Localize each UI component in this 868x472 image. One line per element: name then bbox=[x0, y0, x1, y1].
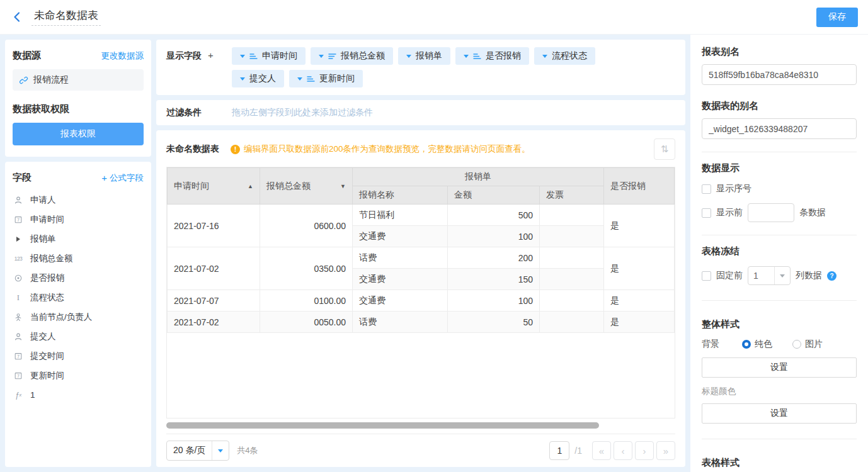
field-item-apply-time[interactable]: 7 申请时间 bbox=[13, 210, 144, 229]
cell-item-name: 话费 bbox=[353, 312, 448, 333]
help-icon[interactable]: ? bbox=[827, 271, 837, 281]
last-page-button[interactable]: » bbox=[656, 441, 675, 460]
show-first-checkbox[interactable] bbox=[702, 208, 711, 218]
freeze-fixed-label: 固定前 bbox=[716, 270, 743, 281]
cell-item-name: 交通费 bbox=[353, 269, 448, 290]
background-set-button[interactable]: 设置 bbox=[702, 357, 857, 378]
page-size-select[interactable]: 20 条/页 bbox=[166, 441, 229, 461]
page-title[interactable]: 未命名数据表 bbox=[31, 9, 101, 26]
table-alias-input[interactable] bbox=[702, 118, 857, 139]
formula-icon: ƒx bbox=[13, 391, 24, 400]
cell-amount: 100 bbox=[448, 226, 540, 247]
number-icon: 123 bbox=[13, 256, 24, 262]
show-index-label: 显示序号 bbox=[716, 183, 751, 194]
field-item-update-time[interactable]: 7 更新时间 bbox=[13, 366, 144, 385]
freeze-title: 表格冻结 bbox=[702, 245, 857, 257]
sort-asc-icon[interactable]: ▲ bbox=[248, 183, 253, 189]
tag-is-reimbursed[interactable]: 是否报销 bbox=[455, 47, 529, 65]
tag-update-time[interactable]: 更新时间 bbox=[289, 70, 363, 87]
table-row[interactable]: 2021-07-02 0050.00 话费 50 是 bbox=[168, 312, 675, 333]
horizontal-scrollbar[interactable] bbox=[166, 422, 675, 429]
chevron-down-icon[interactable] bbox=[542, 55, 547, 58]
cell-item-name: 节日福利 bbox=[353, 205, 448, 226]
save-button[interactable]: 保存 bbox=[816, 8, 858, 27]
column-header-is-reimbursed[interactable]: 是否报销 bbox=[604, 168, 675, 205]
field-label: 报销总金额 bbox=[30, 253, 73, 264]
field-item-total-amount[interactable]: 123 报销总金额 bbox=[13, 249, 144, 268]
column-group-reimbursement-form[interactable]: 报销单 bbox=[353, 168, 604, 186]
table-row[interactable]: 2021-07-16 0600.00 节日福利 500 是 bbox=[168, 205, 675, 226]
preview-card: 未命名数据表 ! 编辑界面只取数据源前200条作为查询数据预览，完整数据请访问页… bbox=[156, 130, 685, 467]
plus-icon: + bbox=[101, 173, 107, 183]
sort-desc-icon[interactable]: ▼ bbox=[340, 183, 346, 189]
field-label: 1 bbox=[30, 390, 35, 400]
cell-reimbursed: 是 bbox=[604, 312, 675, 333]
field-item-submitter[interactable]: 提交人 bbox=[13, 327, 144, 346]
chevron-down-icon[interactable] bbox=[319, 55, 324, 58]
chevron-down-icon[interactable] bbox=[297, 77, 302, 81]
field-item-reimbursement-form[interactable]: 报销单 bbox=[13, 229, 144, 249]
report-alias-input[interactable] bbox=[702, 64, 857, 85]
column-header-total[interactable]: 报销总金额▼ bbox=[260, 168, 353, 205]
chevron-down-icon[interactable] bbox=[406, 55, 411, 58]
add-formula-field-link[interactable]: + 公式字段 bbox=[101, 172, 144, 184]
tag-reimbursement-form[interactable]: 报销单 bbox=[398, 47, 450, 65]
first-page-button[interactable]: « bbox=[592, 441, 611, 460]
show-index-checkbox[interactable] bbox=[702, 184, 711, 194]
field-label: 申请时间 bbox=[30, 214, 64, 225]
page-total: /1 bbox=[574, 446, 582, 456]
title-color-set-button[interactable]: 设置 bbox=[702, 403, 857, 424]
tag-process-status[interactable]: 流程状态 bbox=[534, 47, 595, 65]
bg-image-label: 图片 bbox=[805, 339, 823, 350]
table-row[interactable]: 2021-07-07 0100.00 交通费 100 是 bbox=[168, 290, 675, 312]
column-header-item-name[interactable]: 报销名称 bbox=[353, 186, 448, 205]
filter-dropzone[interactable]: 拖动左侧字段到此处来添加过滤条件 bbox=[232, 107, 373, 118]
cell-date: 2021-07-16 bbox=[168, 205, 260, 247]
datasource-item-label: 报销流程 bbox=[33, 74, 69, 86]
prev-page-button[interactable]: ‹ bbox=[614, 441, 632, 460]
tag-total-amount[interactable]: 报销总金额 bbox=[311, 47, 393, 65]
user-icon bbox=[13, 196, 24, 205]
field-item-submit-time[interactable]: 7 提交时间 bbox=[13, 346, 144, 366]
tag-label: 更新时间 bbox=[319, 73, 355, 84]
column-header-apply-time[interactable]: 申请时间▲ bbox=[168, 168, 260, 205]
data-display-title: 数据显示 bbox=[702, 162, 857, 174]
chevron-down-icon[interactable] bbox=[240, 77, 245, 81]
freeze-checkbox[interactable] bbox=[702, 271, 711, 281]
column-header-invoice[interactable]: 发票 bbox=[540, 186, 604, 205]
chevron-down-icon[interactable] bbox=[464, 55, 469, 58]
next-page-button[interactable]: › bbox=[635, 441, 654, 460]
field-item-current-node[interactable]: 当前节点/负责人 bbox=[13, 307, 144, 327]
scrollbar-thumb[interactable] bbox=[166, 422, 599, 429]
cell-invoice bbox=[540, 247, 604, 269]
add-display-field-button[interactable]: + bbox=[208, 50, 214, 87]
chevron-left-icon: ‹ bbox=[622, 446, 625, 456]
column-header-amount[interactable]: 金额 bbox=[448, 186, 540, 205]
change-datasource-link[interactable]: 更改数据源 bbox=[101, 50, 144, 62]
freeze-count-select[interactable]: 1 bbox=[748, 266, 791, 285]
field-item-applicant[interactable]: 申请人 bbox=[13, 190, 144, 210]
tag-label: 流程状态 bbox=[552, 50, 587, 62]
back-button[interactable] bbox=[10, 10, 24, 24]
bg-solid-option[interactable]: 纯色 bbox=[742, 339, 772, 350]
radio-selected-icon[interactable] bbox=[742, 340, 751, 349]
title-color-label: 标题颜色 bbox=[702, 386, 857, 397]
field-item-formula-1[interactable]: ƒx 1 bbox=[13, 385, 144, 405]
datasource-item[interactable]: 报销流程 bbox=[13, 69, 144, 91]
field-label: 提交人 bbox=[30, 331, 56, 342]
tag-label: 申请时间 bbox=[262, 50, 297, 62]
radio-unselected-icon[interactable] bbox=[792, 340, 801, 349]
show-first-count-input[interactable] bbox=[748, 203, 794, 222]
field-item-process-status[interactable]: I 流程状态 bbox=[13, 288, 144, 307]
row-order-button[interactable]: ⇅ bbox=[654, 138, 675, 160]
page-number-input[interactable]: 1 bbox=[549, 441, 569, 460]
preview-title: 未命名数据表 bbox=[166, 143, 219, 155]
chevron-down-icon[interactable] bbox=[240, 55, 245, 58]
tag-apply-time[interactable]: 申请时间 bbox=[232, 47, 306, 65]
tag-submitter[interactable]: 提交人 bbox=[232, 70, 284, 87]
field-label: 提交时间 bbox=[30, 351, 64, 362]
report-permission-button[interactable]: 报表权限 bbox=[13, 123, 144, 145]
bg-image-option[interactable]: 图片 bbox=[792, 339, 823, 350]
table-row[interactable]: 2021-07-02 0350.00 话费 200 是 bbox=[168, 247, 675, 269]
field-item-is-reimbursed[interactable]: 是否报销 bbox=[13, 268, 144, 288]
